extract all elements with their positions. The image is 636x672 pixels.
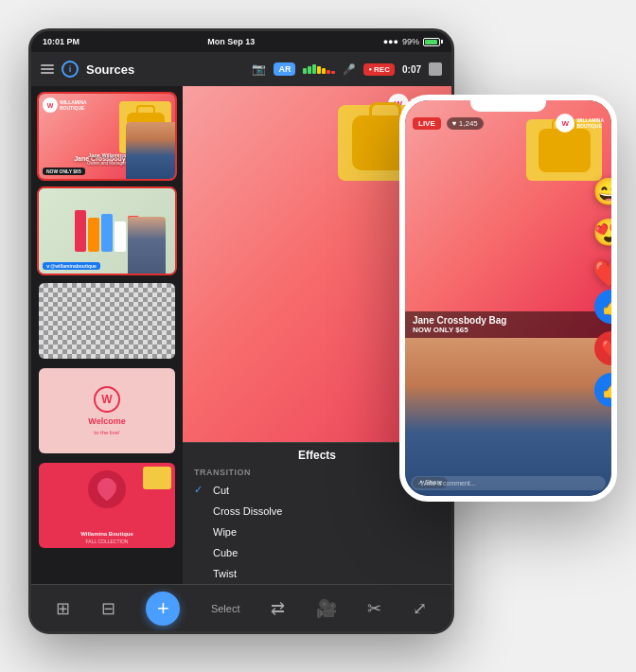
viewer-count: ♥ 1,245 [447, 117, 484, 130]
layout-button[interactable]: ⊟ [101, 598, 115, 619]
sources-panel: W WILLAMINABOUTIQUE Jane Crossbody Bag N… [31, 86, 183, 584]
fall-title: Willamina Boutique [80, 531, 133, 539]
phone-w-circle: W [556, 114, 574, 133]
phone-product-title: Jane Crossbody Bag [413, 315, 604, 326]
welcome-sub: to the live! [94, 430, 119, 435]
battery-fill [425, 40, 437, 44]
transition-button[interactable]: ⇄ [271, 598, 285, 619]
source-2-vtag: v@willaminaboutique [43, 262, 100, 270]
phone-bg: Jane Crossbody Bag NOW ONLY $65 [405, 100, 611, 338]
stop-button[interactable] [429, 62, 442, 76]
welcome-text: Welcome [88, 416, 125, 426]
reaction-emoji-1: 😄 [592, 176, 611, 207]
phone-notch [470, 100, 546, 112]
source-item-4[interactable]: W Welcome to the live! [37, 366, 177, 455]
phone-person-area: ↗ Share Write a comment... [405, 338, 611, 496]
mic-icon: 🎤 [343, 63, 356, 76]
grid-view-button[interactable]: ⊞ [56, 598, 70, 619]
live-badge: LIVE [413, 117, 441, 130]
source-1-person [126, 122, 175, 179]
reaction-emoji-3: ❤️ [592, 257, 611, 289]
main-area: W WILLAMINABOUTIQUE Jane Crossbody Bag N… [31, 86, 451, 584]
cut-icon: ✂ [367, 598, 381, 619]
side-reactions: 👍 ❤️ 👍 [594, 290, 611, 407]
rec-timer: 0:07 [402, 64, 421, 75]
scene: 10:01 PM Mon Sep 13 ●●● 99% i Sources 📷 [0, 0, 636, 672]
fall-bag [143, 467, 171, 489]
source-1-price: NOW ONLY $65 [43, 168, 85, 175]
expand-button[interactable]: ⤢ [413, 598, 427, 619]
transition-icon: ⇄ [271, 598, 285, 619]
camera-switch-icon: 🎥 [316, 598, 337, 619]
source-thumb-5: Willamina Boutique FALL COLLECTION [39, 463, 175, 548]
tablet: 10:01 PM Mon Sep 13 ●●● 99% i Sources 📷 [28, 28, 454, 634]
level-meter [303, 64, 335, 74]
heart-reaction[interactable]: ❤️ [594, 331, 611, 365]
cut-button[interactable]: ✂ [367, 598, 381, 619]
thumbs-up-reaction-2[interactable]: 👍 [594, 373, 611, 407]
battery-pct: 99% [402, 37, 419, 46]
phone-comment-input[interactable]: Write a comment... [411, 476, 606, 490]
reaction-emoji-2: 😍 [592, 217, 611, 248]
ar-badge: AR [274, 62, 295, 76]
effects-item-wipe[interactable]: Wipe [183, 522, 451, 542]
person2-silhouette [128, 217, 166, 274]
camera-icon: 📷 [252, 62, 266, 76]
hamburger-menu-button[interactable] [41, 64, 54, 74]
toolbar-title: Sources [86, 62, 244, 77]
source-1-role: Owner and Manager [87, 161, 126, 166]
reactions-panel: 😄 😍 ❤️ [592, 176, 611, 289]
bottom-toolbar: ⊞ ⊟ + Select ⇄ 🎥 ✂ ⤢ [31, 584, 451, 631]
source-item-1[interactable]: W WILLAMINABOUTIQUE Jane Crossbody Bag N… [37, 92, 177, 181]
phone-price: NOW ONLY $65 [413, 326, 604, 334]
phone: LIVE ♥ 1,245 W WILLAMINABOUTIQUE Jane Cr… [399, 95, 617, 502]
source-thumb-3 [39, 283, 175, 359]
status-right: ●●● 99% [383, 37, 440, 46]
main-toolbar: i Sources 📷 AR 🎤 REC 0:07 [31, 52, 451, 86]
phone-bag-shape [539, 129, 591, 172]
phone-product-info: Jane Crossbody Bag NOW ONLY $65 [405, 311, 611, 338]
thumbs-up-reaction[interactable]: 👍 [594, 290, 611, 324]
welcome-logo: W [94, 386, 120, 413]
effects-item-cross-dissolve[interactable]: Cross Dissolve [183, 501, 451, 522]
phone-boutique-logo: W WILLAMINABOUTIQUE [556, 114, 604, 133]
source-thumb-4: W Welcome to the live! [39, 368, 175, 453]
grid-icon: ⊞ [56, 598, 70, 619]
source-item-2[interactable]: v@willaminaboutique [37, 186, 177, 275]
info-button[interactable]: i [62, 61, 79, 78]
add-button[interactable]: + [146, 592, 180, 626]
source-1-owner: Jane Willamina [88, 152, 126, 158]
phone-boutique-name: WILLAMINABOUTIQUE [576, 117, 604, 129]
tablet-screen: 10:01 PM Mon Sep 13 ●●● 99% i Sources 📷 [31, 31, 451, 631]
effects-item-cube[interactable]: Cube [183, 542, 451, 563]
source-item-5[interactable]: Willamina Boutique FALL COLLECTION [37, 461, 177, 550]
effects-item-twist[interactable]: Twist [183, 563, 451, 584]
signal-icon: ●●● [383, 37, 398, 46]
phone-live-header: LIVE ♥ 1,245 W WILLAMINABOUTIQUE [413, 114, 604, 133]
status-date: Mon Sep 13 [207, 37, 255, 46]
camera-switch-button[interactable]: 🎥 [316, 598, 337, 619]
source-thumb-1: W WILLAMINABOUTIQUE Jane Crossbody Bag N… [39, 94, 175, 179]
phone-screen: LIVE ♥ 1,245 W WILLAMINABOUTIQUE Jane Cr… [405, 100, 611, 496]
fall-sub: FALL COLLECTION [86, 539, 129, 544]
select-label[interactable]: Select [211, 603, 240, 614]
source-thumb-2: v@willaminaboutique [39, 188, 175, 274]
status-time: 10:01 PM [43, 37, 80, 46]
source-item-3[interactable] [37, 281, 177, 361]
battery-icon [423, 38, 440, 46]
rec-badge: REC [363, 63, 395, 76]
fall-design [88, 470, 126, 508]
layout-icon: ⊟ [101, 598, 115, 619]
status-bar: 10:01 PM Mon Sep 13 ●●● 99% [31, 31, 451, 52]
expand-icon: ⤢ [413, 598, 427, 619]
